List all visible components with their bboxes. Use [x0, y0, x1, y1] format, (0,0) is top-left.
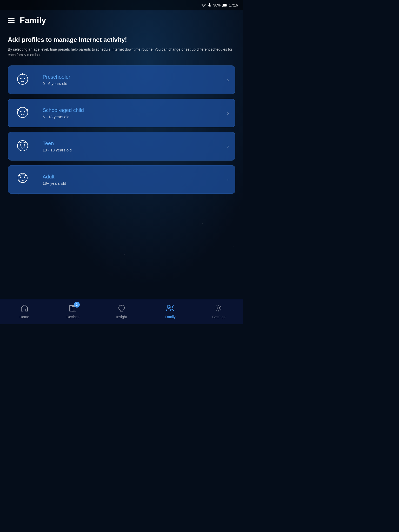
divider	[36, 73, 36, 86]
nav-family[interactable]: Family	[160, 303, 181, 319]
school-aged-title: School-aged child	[43, 107, 227, 113]
svg-line-19	[19, 180, 20, 181]
main-description: By selecting an age level, time presets …	[8, 47, 235, 58]
adult-info: Adult 18+ years old	[43, 174, 227, 185]
svg-point-2	[17, 74, 28, 84]
menu-button[interactable]	[8, 18, 15, 23]
time-text: 17:16	[229, 3, 238, 7]
main-heading: Add profiles to manage Internet activity…	[8, 36, 235, 44]
preschooler-info: Preschooler 0 - 6 years old	[43, 74, 227, 86]
adult-arrow: ›	[227, 177, 229, 183]
school-aged-info: School-aged child 6 - 13 years old	[43, 107, 227, 119]
teen-icon	[14, 138, 31, 155]
bottom-nav: Home 3 Devices Insight	[0, 299, 243, 324]
nav-insight-label: Insight	[116, 315, 127, 319]
svg-line-20	[21, 181, 21, 182]
divider	[36, 173, 36, 186]
preschooler-icon	[14, 71, 31, 88]
teen-age: 13 - 18 years old	[43, 148, 227, 152]
school-aged-age: 6 - 13 years old	[43, 115, 227, 119]
school-aged-arrow: ›	[227, 110, 229, 116]
nav-settings-label: Settings	[212, 315, 225, 319]
svg-point-13	[24, 144, 25, 146]
nav-insight[interactable]: Insight	[111, 303, 132, 319]
nav-home-label: Home	[19, 315, 29, 319]
settings-icon	[214, 303, 223, 313]
adult-icon	[14, 171, 31, 188]
nav-settings[interactable]: Settings	[208, 303, 229, 319]
adult-age: 18+ years old	[43, 181, 227, 185]
devices-icon: 3	[68, 303, 78, 313]
school-child-icon	[14, 105, 31, 121]
airplane-icon	[208, 3, 212, 7]
svg-point-14	[21, 147, 22, 147]
preschooler-age: 0 - 6 years old	[43, 81, 227, 86]
main-section: Add profiles to manage Internet activity…	[0, 30, 243, 204]
nav-family-label: Family	[165, 315, 176, 319]
family-icon	[165, 303, 175, 313]
svg-rect-1	[223, 4, 226, 6]
svg-point-5	[22, 73, 23, 75]
nav-devices[interactable]: 3 Devices	[63, 303, 83, 319]
preschooler-card[interactable]: Preschooler 0 - 6 years old ›	[8, 65, 235, 94]
devices-badge: 3	[74, 302, 80, 308]
svg-point-18	[24, 177, 25, 178]
svg-point-27	[171, 306, 173, 308]
insight-icon	[117, 303, 126, 313]
divider	[36, 140, 36, 153]
teen-card[interactable]: Teen 13 - 18 years old ›	[8, 132, 235, 161]
svg-point-26	[167, 305, 170, 308]
battery-icon	[222, 4, 227, 7]
preschooler-arrow: ›	[227, 77, 229, 83]
header: Family	[0, 10, 243, 30]
svg-point-7	[20, 111, 22, 112]
adult-card[interactable]: Adult 18+ years old ›	[8, 165, 235, 194]
svg-point-17	[20, 177, 22, 178]
wifi-icon	[201, 3, 206, 7]
teen-arrow: ›	[227, 143, 229, 149]
battery-text: 98%	[213, 3, 221, 7]
svg-point-3	[20, 78, 22, 79]
status-bar: 98% 17:16	[0, 0, 243, 10]
home-icon	[20, 303, 29, 313]
svg-point-4	[24, 78, 25, 79]
school-aged-card[interactable]: School-aged child 6 - 13 years old ›	[8, 99, 235, 127]
svg-point-15	[24, 147, 25, 147]
page-title: Family	[20, 16, 46, 25]
nav-home[interactable]: Home	[14, 303, 35, 319]
preschooler-title: Preschooler	[43, 74, 227, 80]
svg-point-8	[24, 111, 25, 112]
divider	[36, 107, 36, 119]
teen-info: Teen 13 - 18 years old	[43, 141, 227, 152]
nav-devices-label: Devices	[66, 315, 79, 319]
main-content: Add profiles to manage Internet activity…	[0, 30, 243, 318]
status-icons: 98% 17:16	[201, 3, 238, 7]
teen-title: Teen	[43, 141, 227, 147]
svg-point-12	[20, 144, 22, 146]
adult-title: Adult	[43, 174, 227, 180]
svg-point-28	[218, 307, 220, 309]
